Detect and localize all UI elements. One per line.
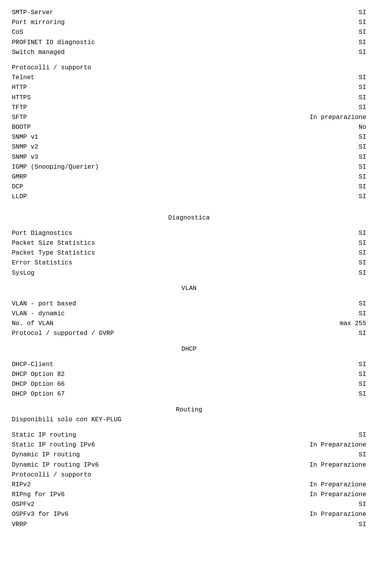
table-row: Protocolli / supporto (12, 470, 366, 480)
row-label: SFTP (12, 113, 260, 123)
section-header-row: DHCP (12, 344, 366, 354)
table-row: RIPv2In Preparazione (12, 480, 366, 490)
row-value: SI (260, 142, 366, 152)
row-label: Dynamic IP routing IPv6 (12, 460, 260, 470)
spacer-row (12, 58, 366, 63)
table-row: CoSSI (12, 28, 366, 37)
table-row: SNMP v3SI (12, 153, 366, 162)
row-label: Protocolli / supporto (12, 63, 260, 73)
row-value: SI (260, 248, 366, 258)
table-row: DHCP Option 82SI (12, 370, 366, 380)
row-value: SI (260, 370, 366, 380)
table-row: Protocolli / supporto (12, 63, 366, 73)
row-value: In Preparazione (260, 490, 366, 500)
row-label: PROFINET IO diagnostic (12, 38, 260, 48)
row-value: SI (260, 103, 366, 113)
table-row: GMRPSI (12, 172, 366, 182)
row-label: HTTP (12, 83, 260, 93)
row-value (260, 415, 366, 425)
table-row: Port DiagnosticsSI (12, 229, 366, 238)
row-value: max 255 (260, 319, 366, 329)
table-row: BOOTPNo (12, 123, 366, 132)
table-row: SNMP v2SI (12, 142, 366, 152)
spacer-row (12, 294, 366, 299)
row-label: Static IP routing IPv6 (12, 440, 260, 450)
table-row: SysLogSI (12, 268, 366, 278)
spacer-row (12, 339, 366, 344)
table-row: Switch managedSI (12, 48, 366, 58)
row-value: SI (260, 132, 366, 142)
row-label: Protocol / supported / GVRP (12, 329, 260, 339)
row-value: SI (260, 8, 366, 18)
row-label: Port Diagnostics (12, 229, 260, 238)
row-label: OSPFv2 (12, 500, 260, 510)
table-row: OSPFv3 for IPv6In Preparazione (12, 510, 366, 519)
row-label: VLAN - port based (12, 299, 260, 309)
row-value: SI (260, 380, 366, 389)
section-header-label: Routing (12, 405, 366, 415)
row-value: In Preparazione (260, 460, 366, 470)
row-label: SNMP v1 (12, 132, 260, 142)
row-value: SI (260, 28, 366, 37)
table-row: VLAN - port basedSI (12, 299, 366, 309)
section-header-label: Diagnostica (12, 213, 366, 223)
row-value: SI (260, 360, 366, 370)
row-value: SI (260, 299, 366, 309)
row-value: SI (260, 268, 366, 278)
table-row: TelnetSI (12, 73, 366, 83)
row-label: RIPv2 (12, 480, 260, 490)
row-label: Disponibili solo con KEY-PLUG (12, 415, 260, 425)
table-row: Disponibili solo con KEY-PLUG (12, 415, 366, 425)
table-row: DHCP Option 67SI (12, 389, 366, 399)
row-label: Packet Size Statistics (12, 238, 260, 248)
row-value: SI (260, 162, 366, 172)
row-label: Packet Type Statistics (12, 248, 260, 258)
row-label: DHCP Option 66 (12, 380, 260, 389)
spacer-row (12, 223, 366, 229)
table-row: Static IP routing IPv6In Preparazione (12, 440, 366, 450)
row-value: SI (260, 18, 366, 28)
row-value: SI (260, 172, 366, 182)
row-label: TFTP (12, 103, 260, 113)
table-row: IGMP (Snooping/Querier)SI (12, 162, 366, 172)
row-value: SI (260, 38, 366, 48)
section-header-row: Routing (12, 405, 366, 415)
row-label: No. of VLAN (12, 319, 260, 329)
table-row: Error StatisticsSI (12, 258, 366, 268)
row-value: In Preparazione (260, 480, 366, 490)
row-value: SI (260, 48, 366, 58)
row-label: LLDP (12, 192, 260, 202)
row-value: SI (260, 389, 366, 399)
row-label: Port mirroring (12, 18, 260, 28)
row-label: DHCP Option 67 (12, 389, 260, 399)
table-row: VLAN - dynamicSI (12, 309, 366, 319)
section-header-label: DHCP (12, 344, 366, 354)
table-row: OSPFv2SI (12, 500, 366, 510)
table-row: HTTPSSI (12, 93, 366, 103)
table-row: DHCP Option 66SI (12, 380, 366, 389)
spacer-row (12, 425, 366, 430)
table-row: Protocol / supported / GVRPSI (12, 329, 366, 339)
row-value (260, 63, 366, 73)
table-row: Dynamic IP routingSI (12, 450, 366, 460)
section-header-row: VLAN (12, 284, 366, 294)
row-label: VLAN - dynamic (12, 309, 260, 319)
row-label: DHCP Option 82 (12, 370, 260, 380)
row-value: In Preparazione (260, 510, 366, 519)
spacer-row (12, 400, 366, 405)
row-value: SI (260, 329, 366, 339)
row-value: In preparazione (260, 113, 366, 123)
row-value: SI (260, 192, 366, 202)
table-row: Packet Type StatisticsSI (12, 248, 366, 258)
table-row: Static IP routingSI (12, 430, 366, 440)
table-row: Dynamic IP routing IPv6In Preparazione (12, 460, 366, 470)
row-value: SI (260, 73, 366, 83)
row-label: Error Statistics (12, 258, 260, 268)
row-label: Dynamic IP routing (12, 450, 260, 460)
spacer-row (12, 202, 366, 208)
table-row: No. of VLANmax 255 (12, 319, 366, 329)
table-row: Packet Size StatisticsSI (12, 238, 366, 248)
row-label: SysLog (12, 268, 260, 278)
spacer-row (12, 354, 366, 360)
row-label: SMTP-Server (12, 8, 260, 18)
